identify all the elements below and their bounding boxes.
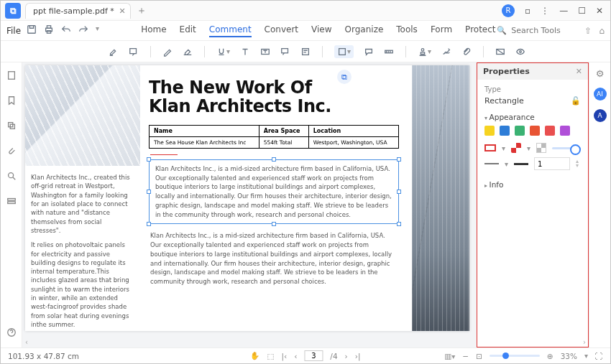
resize-handle[interactable] — [397, 222, 401, 226]
menu-file[interactable]: File — [6, 26, 21, 36]
menu-organize[interactable]: Organize — [345, 24, 384, 37]
new-tab-button[interactable]: ＋ — [137, 4, 147, 17]
zoom-in-icon[interactable]: ⊕ — [547, 352, 553, 360]
redo-icon[interactable] — [78, 24, 88, 37]
swatch-orange[interactable] — [530, 126, 540, 136]
menu-protect[interactable]: Protect — [465, 24, 495, 37]
zoom-slider[interactable] — [490, 355, 540, 357]
resize-handle[interactable] — [397, 190, 401, 194]
note-tool-icon[interactable] — [300, 47, 311, 57]
hide-comments-icon[interactable] — [495, 47, 505, 57]
attach-tool-icon[interactable] — [461, 47, 472, 57]
fields-icon[interactable] — [6, 195, 17, 209]
menu-view[interactable]: View — [311, 24, 331, 37]
attachments-icon[interactable] — [6, 145, 17, 159]
highlight-tool-icon[interactable] — [109, 47, 119, 57]
swatch-green[interactable] — [515, 126, 525, 136]
panel-close-icon[interactable]: ✕ — [576, 67, 582, 76]
print-icon[interactable] — [44, 24, 54, 37]
show-comments-icon[interactable] — [515, 47, 525, 57]
last-page-icon[interactable]: ›| — [355, 352, 361, 360]
window-maximize-icon[interactable]: ☐ — [578, 6, 586, 16]
pencil-tool-icon[interactable] — [162, 47, 173, 57]
measure-tool-icon[interactable] — [384, 47, 394, 57]
cursor-coords: 101.93 x 47.87 cm — [8, 352, 79, 360]
fit-icon[interactable]: ⊡ — [476, 352, 482, 360]
underline-tool-icon[interactable]: ▾ — [216, 47, 230, 57]
window-minimize-icon[interactable]: — — [559, 6, 568, 16]
document-tab[interactable]: ppt file-sample.pdf * ✕ — [25, 3, 131, 19]
area-highlight-icon[interactable] — [129, 47, 139, 57]
thickness-input[interactable] — [534, 157, 570, 170]
resize-handle[interactable] — [147, 157, 151, 162]
menu-home[interactable]: Home — [141, 24, 166, 37]
fill-color-button[interactable] — [511, 143, 521, 153]
hand-tool-icon[interactable]: ✋ — [250, 351, 259, 360]
shape-tool-icon[interactable]: ▾ — [334, 45, 354, 58]
menu-form[interactable]: Form — [431, 24, 452, 37]
prev-page-icon[interactable]: ‹ — [294, 352, 297, 360]
resize-handle[interactable] — [147, 190, 151, 194]
stamp-tool-icon[interactable]: ▾ — [418, 47, 431, 57]
swatch-blue[interactable] — [500, 126, 510, 136]
text-tool-icon[interactable] — [240, 47, 250, 57]
undo-icon[interactable] — [61, 24, 71, 37]
kebab-menu-icon[interactable]: ⋮ — [541, 6, 549, 16]
clip-badge-icon[interactable]: ⧉ — [337, 70, 352, 84]
textbox-tool-icon[interactable] — [260, 47, 270, 57]
hscroll-right-icon[interactable]: › — [583, 338, 586, 346]
page-number-input[interactable] — [304, 350, 323, 361]
line-style-button[interactable] — [484, 163, 499, 164]
assist-button[interactable]: A — [594, 109, 607, 122]
zoom-out-icon[interactable]: − — [462, 352, 469, 360]
bookmarks-icon[interactable] — [6, 95, 17, 108]
opacity-button[interactable] — [536, 143, 546, 153]
user-avatar[interactable]: R — [502, 4, 515, 17]
opacity-slider[interactable] — [552, 147, 581, 149]
hscroll-left-icon[interactable]: ‹ — [25, 338, 28, 346]
menu-comment[interactable]: Comment — [209, 24, 252, 37]
resize-handle[interactable] — [147, 222, 151, 226]
eraser-tool-icon[interactable] — [183, 47, 193, 57]
swatch-purple[interactable] — [560, 126, 570, 136]
thumbnails-icon[interactable] — [6, 70, 17, 83]
save-icon[interactable] — [27, 24, 37, 37]
resize-handle[interactable] — [272, 157, 276, 162]
menu-tools[interactable]: Tools — [396, 24, 418, 37]
info-section[interactable]: Info — [484, 180, 581, 189]
stepper-icon[interactable]: ▴▾ — [576, 159, 579, 167]
ai-button[interactable]: AI — [594, 88, 607, 101]
search-input[interactable] — [511, 26, 576, 35]
home-icon[interactable]: ⌂ — [599, 26, 605, 36]
menu-convert[interactable]: Convert — [265, 24, 298, 37]
document-canvas[interactable]: ⧉ Klan Architects Inc., created this off… — [22, 62, 589, 347]
selected-rectangle-annotation[interactable]: Klan Architects Inc., is a mid-sized arc… — [149, 159, 399, 225]
search-panel-icon[interactable] — [6, 170, 17, 184]
window-close-icon[interactable]: ✕ — [596, 6, 603, 16]
select-tool-icon[interactable]: ⬚ — [267, 352, 274, 360]
fullscreen-icon[interactable]: ⛶ — [595, 352, 603, 360]
resize-handle[interactable] — [397, 157, 401, 162]
resize-handle[interactable] — [272, 222, 276, 226]
app-menu-icon[interactable]: ▫ — [525, 6, 530, 16]
settings-sliders-icon[interactable]: ⚙ — [596, 68, 605, 79]
comment-bubble-icon[interactable] — [364, 47, 374, 57]
qat-more-icon[interactable]: ▾ — [96, 24, 99, 37]
view-mode-icon[interactable]: ▥▾ — [444, 352, 455, 360]
swatch-yellow[interactable] — [484, 126, 495, 136]
signature-tool-icon[interactable] — [441, 47, 451, 57]
next-page-icon[interactable]: › — [345, 352, 348, 360]
line-weight-button[interactable] — [514, 163, 528, 165]
right-sidebar: ⚙ AI A — [589, 62, 610, 347]
swatch-red[interactable] — [545, 126, 555, 136]
lock-icon[interactable]: 🔓 — [571, 96, 581, 106]
layers-icon[interactable] — [6, 120, 17, 134]
first-page-icon[interactable]: |‹ — [281, 352, 287, 360]
tab-close-icon[interactable]: ✕ — [119, 6, 126, 16]
upload-icon[interactable]: ⇧ — [584, 26, 592, 36]
help-icon[interactable] — [6, 327, 17, 340]
menu-edit[interactable]: Edit — [180, 24, 196, 37]
appearance-section[interactable]: Appearance — [484, 113, 581, 121]
callout-tool-icon[interactable] — [280, 47, 290, 57]
stroke-color-button[interactable] — [484, 144, 496, 151]
